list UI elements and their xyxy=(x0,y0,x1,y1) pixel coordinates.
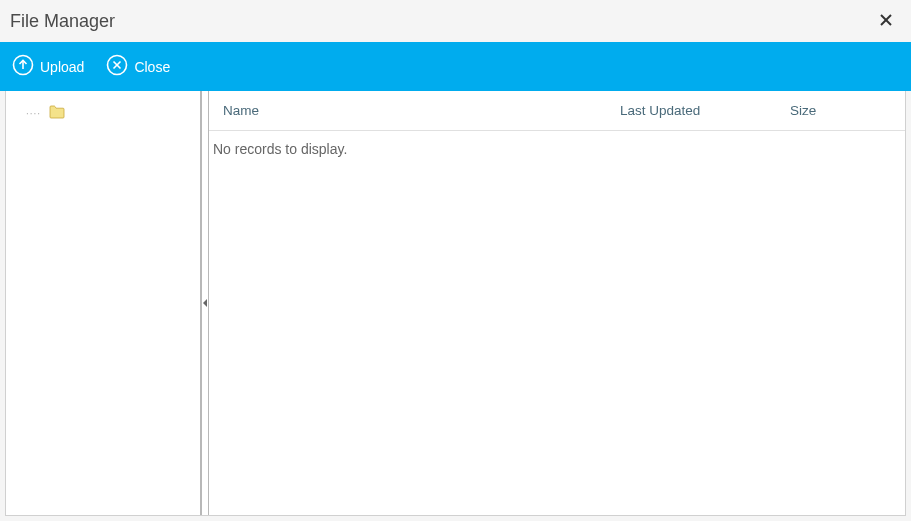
window-title: File Manager xyxy=(10,11,115,32)
column-header-size[interactable]: Size xyxy=(790,103,905,118)
upload-label: Upload xyxy=(40,59,84,75)
column-header-last-updated[interactable]: Last Updated xyxy=(620,103,790,118)
toolbar: Upload Close xyxy=(0,42,911,91)
splitter[interactable] xyxy=(201,91,209,515)
folder-tree-panel: ···· xyxy=(6,91,201,515)
column-header-name[interactable]: Name xyxy=(209,103,620,118)
tree-expand-icon: ···· xyxy=(26,108,41,119)
tree-root-node[interactable]: ···· xyxy=(26,105,192,122)
main-area: ···· Name Last Updated Size No records t… xyxy=(5,91,906,516)
close-label: Close xyxy=(134,59,170,75)
content-panel: Name Last Updated Size No records to dis… xyxy=(209,91,905,515)
close-icon[interactable] xyxy=(875,8,897,34)
splitter-collapse-icon xyxy=(203,299,207,307)
table-body: No records to display. xyxy=(209,131,905,515)
table-header: Name Last Updated Size xyxy=(209,91,905,131)
upload-icon xyxy=(12,54,34,79)
upload-button[interactable]: Upload xyxy=(10,50,86,83)
folder-icon xyxy=(49,105,65,122)
close-circle-icon xyxy=(106,54,128,79)
empty-message: No records to display. xyxy=(213,141,901,157)
close-button[interactable]: Close xyxy=(104,50,172,83)
titlebar: File Manager xyxy=(0,0,911,42)
file-manager-window: File Manager Upload xyxy=(0,0,911,521)
